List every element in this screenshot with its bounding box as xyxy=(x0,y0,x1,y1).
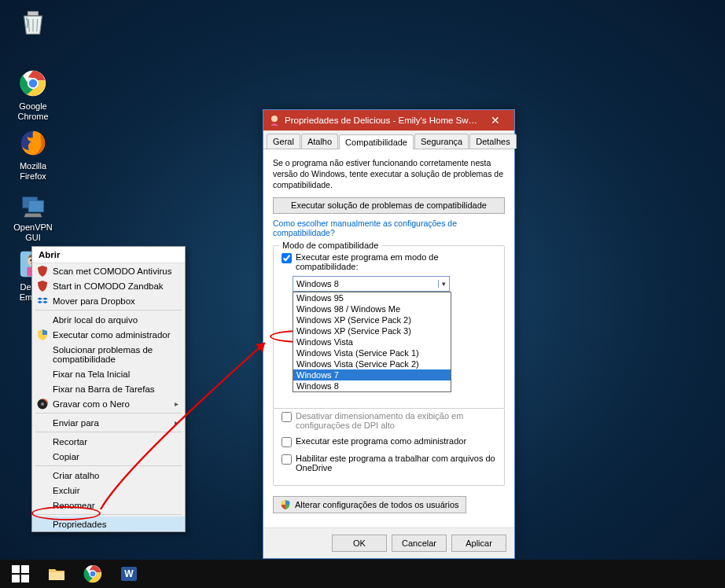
combo-option[interactable]: Windows 8 xyxy=(293,380,451,391)
dialog-titlebar[interactable]: Propriedades de Delicious - Emily's Home… xyxy=(263,110,514,130)
combo-option[interactable]: Windows Vista (Service Pack 1) xyxy=(293,347,451,358)
cancel-button[interactable]: Cancelar xyxy=(392,535,447,552)
combo-option[interactable]: Windows Vista xyxy=(293,336,451,347)
context-menu-item[interactable]: Mover para Dropbox xyxy=(32,293,185,308)
context-menu-item[interactable]: Solucionar problemas de compatibilidade xyxy=(32,342,185,366)
troubleshoot-button[interactable]: Executar solução de problemas de compati… xyxy=(273,197,505,214)
all-users-button[interactable]: Alterar configurações de todos os usuári… xyxy=(273,496,466,513)
tab-atalho[interactable]: Atalho xyxy=(301,134,338,149)
windows-start-icon xyxy=(10,564,31,584)
submenu-arrow-icon: ▸ xyxy=(175,399,178,408)
context-menu-header[interactable]: Abrir xyxy=(32,247,185,263)
context-menu-item[interactable]: Abrir local do arquivo xyxy=(32,312,185,327)
start-button[interactable] xyxy=(3,560,38,587)
context-menu-item-label: Excluir xyxy=(53,486,80,495)
tab-segurança[interactable]: Segurança xyxy=(414,134,469,149)
context-menu-separator xyxy=(35,413,182,413)
context-menu-item-label: Copiar xyxy=(53,452,79,461)
desktop-icon-openvpn-gui[interactable]: OpenVPN GUI xyxy=(9,189,57,243)
context-menu[interactable]: Abrir Scan met COMODO AntivirusStart in … xyxy=(31,246,186,532)
desktop-icon-google-chrome[interactable]: Google Chrome xyxy=(9,68,57,122)
context-menu-item-label: Executar como administrador xyxy=(53,330,171,340)
dpi-check-label: Desativar dimensionamento da exibição em… xyxy=(296,411,496,430)
context-menu-item-label: Enviar para xyxy=(53,418,99,428)
admin-checkbox[interactable]: Executar este programa como administrado… xyxy=(282,436,496,447)
context-menu-item[interactable]: Start in COMODO Zandbak xyxy=(32,278,185,293)
recycle-bin-icon xyxy=(17,6,49,38)
properties-dialog: Propriedades de Delicious - Emily's Home… xyxy=(263,109,515,559)
context-menu-item-label: Scan met COMODO Antivirus xyxy=(53,266,171,276)
svg-rect-15 xyxy=(12,565,20,573)
manual-config-link[interactable]: Como escolher manualmente as configuraçõ… xyxy=(273,219,505,237)
context-menu-item[interactable]: Fixar na Tela Inicial xyxy=(32,366,185,381)
ok-button[interactable]: OK xyxy=(332,535,387,552)
context-menu-item[interactable]: Scan met COMODO Antivirus xyxy=(32,263,185,278)
compat-mode-group-title: Modo de compatibilidade xyxy=(279,241,381,250)
combo-option[interactable]: Windows 98 / Windows Me xyxy=(293,303,451,314)
context-menu-item[interactable]: Criar atalho xyxy=(32,468,185,483)
compat-mode-dropdown-list[interactable]: Windows 95Windows 98 / Windows MeWindows… xyxy=(293,292,451,392)
admin-check-input[interactable] xyxy=(282,437,292,447)
combo-option[interactable]: Windows XP (Service Pack 3) xyxy=(293,325,451,336)
svg-point-13 xyxy=(41,402,44,406)
compat-mode-group: Modo de compatibilidade Executar este pr… xyxy=(273,245,505,409)
context-menu-item[interactable]: Copiar xyxy=(32,449,185,464)
chrome-icon xyxy=(17,68,49,99)
context-menu-item[interactable]: Gravar com o Nero▸ xyxy=(32,396,185,411)
taskbar-chrome[interactable] xyxy=(75,560,110,587)
combo-option[interactable]: Windows XP (Service Pack 2) xyxy=(293,314,451,325)
tab-detalhes[interactable]: Detalhes xyxy=(469,134,516,149)
context-menu-item-label: Gravar com o Nero xyxy=(53,399,130,409)
context-menu-item[interactable]: Recortar xyxy=(32,434,185,449)
combo-option[interactable]: Windows 7 xyxy=(293,369,451,380)
svg-text:W: W xyxy=(124,568,134,579)
compat-mode-check-input[interactable] xyxy=(282,253,292,263)
shield-red-icon xyxy=(36,265,49,277)
desktop-icon-recycle-bin[interactable] xyxy=(9,6,57,40)
onedrive-checkbox[interactable]: Habilitar este programa a trabalhar com … xyxy=(282,454,496,472)
context-menu-item[interactable]: Executar como administrador xyxy=(32,327,185,342)
svg-point-21 xyxy=(89,570,96,577)
compat-description: Se o programa não estiver funcionando co… xyxy=(273,157,505,191)
dpi-check-input[interactable] xyxy=(282,412,292,422)
taskbar-explorer[interactable] xyxy=(39,560,74,587)
context-menu-item[interactable]: Enviar para▸ xyxy=(32,415,185,430)
desktop-icon-label: OpenVPN GUI xyxy=(9,222,57,243)
context-menu-item-label: Start in COMODO Zandbak xyxy=(53,281,164,291)
compat-mode-checkbox[interactable]: Executar este programa em modo de compat… xyxy=(282,252,496,271)
combo-option[interactable]: Windows Vista (Service Pack 2) xyxy=(293,358,451,369)
close-button[interactable]: ✕ xyxy=(480,112,511,129)
svg-rect-16 xyxy=(21,565,29,573)
tab-compatibilidade[interactable]: Compatibilidade xyxy=(339,134,414,149)
word-icon: W xyxy=(119,564,139,584)
dialog-tabs: GeralAtalhoCompatibilidadeSegurançaDetal… xyxy=(263,130,514,149)
dropbox-icon xyxy=(36,295,49,307)
svg-rect-6 xyxy=(28,200,43,211)
context-menu-item-label: Renomear xyxy=(53,501,95,510)
admin-check-label: Executar este programa como administrado… xyxy=(296,436,466,446)
compat-mode-combobox[interactable]: Windows 8 ▾ Windows 95Windows 98 / Windo… xyxy=(293,276,450,292)
context-menu-item[interactable]: Propriedades xyxy=(32,516,185,531)
context-menu-item-label: Fixar na Barra de Tarefas xyxy=(53,384,155,394)
context-menu-item-label: Propriedades xyxy=(53,520,106,529)
desktop-icon-label: Mozilla Firefox xyxy=(9,161,57,182)
taskbar-word[interactable]: W xyxy=(112,560,146,587)
context-menu-separator xyxy=(35,465,182,466)
dpi-checkbox[interactable]: Desativar dimensionamento da exibição em… xyxy=(282,411,496,430)
context-menu-item[interactable]: Renomear xyxy=(32,498,185,513)
context-menu-item-label: Criar atalho xyxy=(53,471,99,480)
onedrive-check-input[interactable] xyxy=(282,454,292,465)
context-menu-item[interactable]: Excluir xyxy=(32,483,185,498)
tab-geral[interactable]: Geral xyxy=(267,134,300,149)
context-menu-item[interactable]: Fixar na Barra de Tarefas xyxy=(32,381,185,396)
desktop-icon-mozilla-firefox[interactable]: Mozilla Firefox xyxy=(9,127,57,182)
shield-red-icon xyxy=(36,280,49,292)
apply-button[interactable]: Aplicar xyxy=(451,535,506,552)
combo-option[interactable]: Windows 95 xyxy=(293,292,451,303)
context-menu-item-label: Recortar xyxy=(53,437,87,447)
svg-rect-18 xyxy=(21,575,29,582)
taskbar[interactable]: W xyxy=(0,560,725,588)
context-menu-separator xyxy=(35,432,182,432)
svg-rect-19 xyxy=(49,572,64,580)
file-explorer-icon xyxy=(46,564,67,584)
